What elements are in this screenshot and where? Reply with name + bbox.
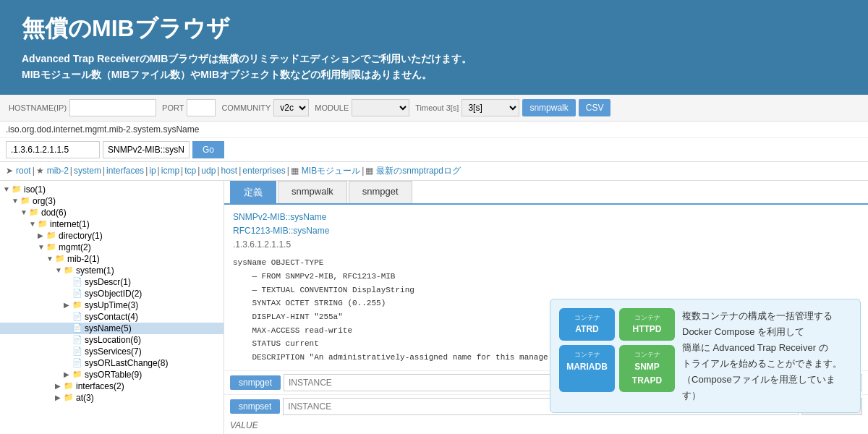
file-sysORLastChange: 📄 <box>72 358 82 367</box>
file-sysLocation: 📄 <box>72 335 82 344</box>
oid-text: .iso.org.dod.internet.mgmt.mib-2.system.… <box>6 124 199 135</box>
star-icon: ★ <box>36 166 44 176</box>
breadcrumb: ➤ root | ★ mib-2 | system | interfaces |… <box>0 162 868 181</box>
tree-item-internet[interactable]: ▼ 📁 internet(1) <box>0 218 224 230</box>
compose-text: 複数コンテナの構成を一括管理する Docker Compose を利用して 簡単… <box>682 308 851 404</box>
def-content: SNMPv2-MIB::sysName RFC1213-MIB::sysName… <box>224 205 868 370</box>
label-sysDescr: sysDescr(1) <box>85 277 131 287</box>
tree-item-org[interactable]: ▼ 📁 org(3) <box>0 195 224 207</box>
tree-item-iso[interactable]: ▼ 📁 iso(1) <box>0 184 224 195</box>
breadcrumb-udp[interactable]: udp <box>201 166 216 176</box>
label-internet: internet(1) <box>50 219 90 229</box>
folder-at: 📁 <box>64 393 74 402</box>
tree-item-sysLocation[interactable]: 📄 sysLocation(6) <box>0 334 224 346</box>
breadcrumb-mib2[interactable]: mib-2 <box>47 166 69 176</box>
page-title: 無償のMIBブラウザ <box>22 13 846 45</box>
folder-internet: 📁 <box>38 219 48 229</box>
tree-item-interfaces[interactable]: ▶ 📁 interfaces(2) <box>0 380 224 392</box>
arrow-interfaces: ▶ <box>55 382 62 390</box>
tree-item-sysServices[interactable]: 📄 sysServices(7) <box>0 346 224 357</box>
oid-input[interactable] <box>6 141 100 158</box>
breadcrumb-root[interactable]: root <box>16 166 31 176</box>
label-sysORLastChange: sysORLastChange(8) <box>85 358 168 368</box>
tree-item-sysORTable[interactable]: ▶ 📁 sysORTable(9) <box>0 369 224 380</box>
snmpget-button[interactable]: snmpget <box>230 375 281 390</box>
tree-item-at[interactable]: ▶ 📁 at(3) <box>0 392 224 404</box>
tabs: 定義 snmpwalk snmpget <box>224 181 868 205</box>
breadcrumb-system[interactable]: system <box>74 166 101 176</box>
snmpset-button[interactable]: snmpset <box>230 399 280 414</box>
folder-org: 📁 <box>20 196 30 205</box>
folder-dod: 📁 <box>29 208 39 217</box>
arrow-system: ▼ <box>55 266 62 274</box>
main-content: HOSTNAME(IP) PORT COMMUNITY v2c v1 v3 MO… <box>0 95 868 434</box>
label-sysObjectID: sysObjectID(2) <box>85 289 142 299</box>
compose-card-snmptrapd: コンテナ SNMPTRAPD <box>619 345 675 392</box>
tree-item-system[interactable]: ▼ 📁 system(1) <box>0 265 224 276</box>
compose-card-mariadb: コンテナ MARIADB <box>559 345 615 392</box>
arrow-mgmt: ▼ <box>38 243 45 251</box>
timeout-select[interactable]: 3[s] <box>461 99 519 116</box>
card-name-mariadb: MARIADB <box>565 360 609 374</box>
label-org: org(3) <box>33 196 56 206</box>
card-label-atrd: コンテナ <box>565 312 609 323</box>
hostname-input[interactable] <box>69 99 156 116</box>
tree-item-sysObjectID[interactable]: 📄 sysObjectID(2) <box>0 288 224 299</box>
tab-snmpwalk[interactable]: snmpwalk <box>278 181 347 203</box>
timeout-label: Timeout 3[s] <box>415 103 459 112</box>
label-interfaces: interfaces(2) <box>76 381 124 391</box>
oid-bar: .iso.org.dod.internet.mgmt.mib-2.system.… <box>0 122 868 138</box>
card-name-httpd: HTTPD <box>625 323 669 336</box>
tree-item-sysUpTime[interactable]: ▶ 📁 sysUpTime(3) <box>0 299 224 311</box>
tab-snmpget[interactable]: snmpget <box>349 181 412 203</box>
arrow-sysUpTime: ▶ <box>64 301 71 309</box>
community-label: COMMUNITY <box>221 103 271 112</box>
breadcrumb-interfaces[interactable]: interfaces <box>106 166 144 176</box>
breadcrumb-host[interactable]: host <box>221 166 237 176</box>
def-oid: .1.3.6.1.2.1.1.5 <box>233 239 291 250</box>
breadcrumb-ip[interactable]: ip <box>149 166 156 176</box>
compose-text-line1: 複数コンテナの構成を一括管理する <box>682 310 833 321</box>
community-select[interactable]: v2c v1 v3 <box>273 99 309 116</box>
label-sysLocation: sysLocation(6) <box>85 335 141 345</box>
csv-button[interactable]: CSV <box>579 99 611 116</box>
tree-item-sysDescr[interactable]: 📄 sysDescr(1) <box>0 276 224 288</box>
card-name-snmptrapd: SNMPTRAPD <box>625 360 669 388</box>
tree-item-mib2[interactable]: ▼ 📁 mib-2(1) <box>0 253 224 265</box>
breadcrumb-mib-module[interactable]: MIBモジュール <box>302 165 360 177</box>
tree-item-sysORLastChange[interactable]: 📄 sysORLastChange(8) <box>0 357 224 369</box>
compose-box: コンテナ ATRD コンテナ HTTPD コンテナ MARIADB コンテナ <box>550 299 861 414</box>
label-sysServices: sysServices(7) <box>85 346 142 357</box>
tree-item-mgmt[interactable]: ▼ 📁 mgmt(2) <box>0 242 224 253</box>
folder-sysUpTime: 📁 <box>72 300 82 310</box>
def-link2[interactable]: RFC1213-MIB::sysName <box>233 224 859 238</box>
detail-panel: 定義 snmpwalk snmpget SNMPv2-MIB::sysName … <box>224 181 868 434</box>
file-sysServices: 📄 <box>72 346 82 356</box>
compose-grid: コンテナ ATRD コンテナ HTTPD コンテナ MARIADB コンテナ <box>559 308 675 392</box>
snmpwalk-button[interactable]: snmpwalk <box>522 99 575 116</box>
tree-item-sysName[interactable]: 📄 sysName(5) <box>0 323 224 334</box>
breadcrumb-snmptrapd-log[interactable]: 最新のsnmptrapdログ <box>376 165 461 177</box>
port-input[interactable] <box>187 99 216 116</box>
go-button[interactable]: Go <box>192 141 224 158</box>
breadcrumb-icmp[interactable]: icmp <box>161 166 179 176</box>
root-icon: ➤ <box>6 166 13 176</box>
folder-system: 📁 <box>64 265 74 275</box>
label-system: system(1) <box>76 265 114 276</box>
breadcrumb-enterprises[interactable]: enterprises <box>242 166 285 176</box>
tree-item-directory[interactable]: ▶ 📁 directory(1) <box>0 230 224 242</box>
arrow-directory: ▶ <box>38 231 45 239</box>
module-select[interactable] <box>352 99 409 116</box>
name-search-input[interactable] <box>103 141 190 158</box>
tree-item-dod[interactable]: ▼ 📁 dod(6) <box>0 207 224 218</box>
module-label: MODULE <box>315 103 349 112</box>
breadcrumb-tcp[interactable]: tcp <box>184 166 196 176</box>
tab-definition[interactable]: 定義 <box>230 181 276 203</box>
def-link1[interactable]: SNMPv2-MIB::sysName <box>233 210 859 224</box>
arrow-internet: ▼ <box>29 220 36 228</box>
value-label-row: VALUE <box>224 418 868 433</box>
tree-item-sysContact[interactable]: 📄 sysContact(4) <box>0 311 224 323</box>
card-label-mariadb: コンテナ <box>565 349 609 359</box>
file-sysName: 📄 <box>72 323 82 333</box>
port-label: PORT <box>162 103 184 112</box>
